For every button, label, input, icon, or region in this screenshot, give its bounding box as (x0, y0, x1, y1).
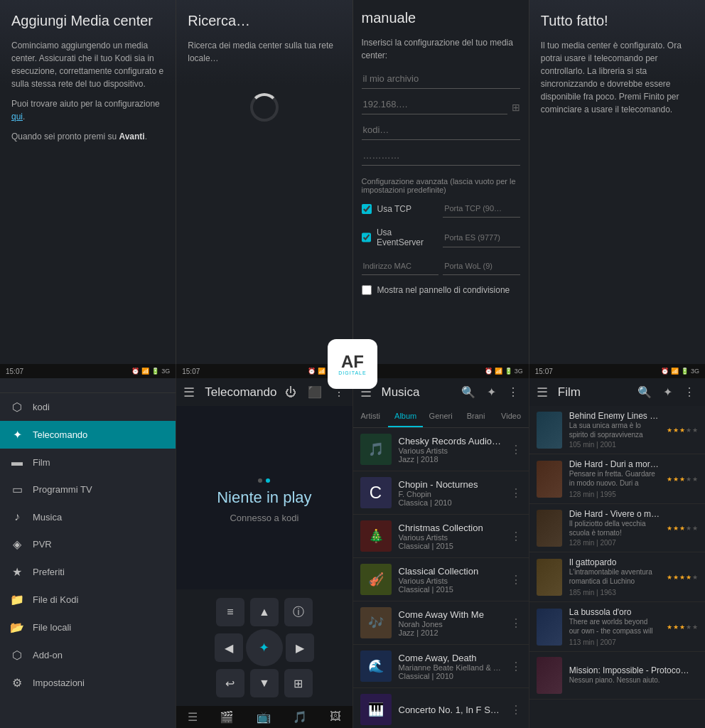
list-item[interactable]: 🎄 Christmas Collection Various Artists C… (353, 515, 529, 558)
sidebar-item-file-locali[interactable]: 📂 File locali (0, 614, 176, 641)
panel1-body2: Puoi trovare aiuto per la configurazione… (11, 97, 164, 123)
search-icon[interactable]: 🔍 (458, 384, 478, 400)
remote-bottom-bar: ☰ 🎬 📺 🎵 🖼 (176, 706, 352, 728)
music-more-7[interactable]: ⋮ (510, 703, 522, 717)
remote-bar-menu-icon[interactable]: ☰ (188, 710, 198, 724)
remote-bar-tv-icon[interactable]: 📺 (257, 710, 271, 724)
tab-video[interactable]: Video (493, 406, 528, 427)
tab-generi[interactable]: Generi (423, 406, 458, 427)
menu-button[interactable]: ≡ (216, 598, 244, 626)
panel3-name-field[interactable] (362, 69, 520, 89)
panel3-tcp-port[interactable] (443, 200, 520, 218)
music-more-2[interactable]: ⋮ (510, 486, 522, 500)
list-item[interactable]: 🎹 Concerto No. 1, In F Sha… ⋮ (353, 688, 529, 728)
back-button[interactable]: ↩ (216, 669, 244, 697)
music-meta-3: Classical | 2015 (399, 542, 503, 550)
list-item[interactable]: Mission: Impossible - Protocoll… Nessun … (529, 652, 705, 700)
panel1-link[interactable]: qui (11, 112, 23, 122)
panel3-user-field[interactable] (362, 120, 520, 140)
list-item[interactable]: Die Hard - Duri a morire Pensare in fret… (529, 454, 705, 504)
film-hamburger-icon[interactable]: ☰ (537, 385, 548, 400)
panel3-wol-field[interactable] (443, 257, 520, 275)
panel2-body: Ricerca dei media center sulla tua rete … (188, 39, 340, 65)
film-desc-5: There are worlds beyond our own - the co… (569, 617, 660, 637)
music-subtitle-1: Various Artists (399, 446, 503, 455)
list-item[interactable]: Die Hard - Vivere o morire Il poliziotto… (529, 504, 705, 552)
list-item[interactable]: C Chopin - Nocturnes F. Chopin Classica … (353, 471, 529, 515)
music-more-5[interactable]: ⋮ (510, 616, 522, 630)
sidebar-item-film[interactable]: ▬ Film (0, 449, 176, 476)
sidebar-item-kodi[interactable]: ⬡ kodi (0, 393, 176, 421)
tab-album[interactable]: Album (388, 406, 423, 427)
loading-spinner (250, 93, 279, 122)
music-info-1: Chesky Records Audiop… Various Artists J… (399, 436, 503, 464)
status-icons-2: ⏰📶🔋3G (308, 368, 346, 375)
remote-bar-photo-icon[interactable]: 🖼 (330, 710, 341, 724)
more-icon-remote[interactable]: ⋮ (330, 384, 348, 400)
film-info-5: La bussola d'oro There are worlds beyond… (569, 607, 660, 646)
music-hamburger-icon[interactable]: ☰ (360, 385, 372, 400)
list-item[interactable]: La bussola d'oro There are worlds beyond… (529, 602, 705, 652)
panel3-ip-field[interactable] (362, 95, 507, 114)
sidebar-item-programmi[interactable]: ▭ Programmi TV (0, 476, 176, 503)
remote-panel: 15:07 ⏰📶🔋3G ☰ Telecomando ⏻ ⬛ ⋮ Niente i… (176, 364, 352, 728)
panel1-body3: Quando sei pronto premi su Avanti. (11, 130, 164, 143)
remote-bar-film-icon[interactable]: 🎬 (220, 710, 234, 724)
film-meta-3: 128 min | 2007 (569, 539, 660, 547)
hamburger-icon[interactable]: ☰ (183, 385, 195, 400)
film-cast-icon[interactable]: ✦ (660, 384, 675, 400)
panel3-tcp-checkbox[interactable] (362, 204, 372, 214)
status-bar-3: 15:07 ⏰📶🔋3G (353, 364, 529, 378)
panel3-es-checkbox[interactable] (362, 232, 371, 242)
dpad-bot-row: ↩ ▼ ⊞ (216, 669, 313, 697)
remote-bar-music-icon[interactable]: 🎵 (293, 710, 307, 724)
list-item[interactable]: 🌊 Come Away, Death Marianne Beate Kiella… (353, 645, 529, 688)
sidebar-item-telecomando[interactable]: ✦ Telecomando (0, 421, 176, 449)
film-search-icon[interactable]: 🔍 (635, 384, 655, 400)
list-item[interactable]: 🎵 Chesky Records Audiop… Various Artists… (353, 428, 529, 471)
sidebar-item-preferiti[interactable]: ★ Preferiti (0, 558, 176, 586)
film-rating-2: ★★★★★ (667, 476, 698, 483)
display-icon[interactable]: ⬛ (305, 384, 325, 400)
panel3-share-checkbox[interactable] (362, 285, 372, 295)
sidebar-item-addon[interactable]: ⬡ Add-on (0, 641, 176, 669)
film-meta-1: 105 min | 2001 (569, 441, 660, 449)
list-item[interactable]: 🎻 Classical Collection Various Artists C… (353, 558, 529, 601)
film-info-2: Die Hard - Duri a morire Pensare in fret… (569, 459, 660, 498)
film-poster-4 (537, 559, 562, 596)
panel3-pass-field[interactable] (362, 146, 520, 166)
music-info-3: Christmas Collection Various Artists Cla… (399, 523, 503, 550)
power-icon[interactable]: ⏻ (282, 385, 299, 400)
music-more-3[interactable]: ⋮ (510, 530, 522, 543)
more-icon-music[interactable]: ⋮ (505, 384, 522, 400)
cast-icon[interactable]: ✦ (484, 384, 499, 400)
up-button[interactable]: ▲ (250, 598, 279, 626)
down-button[interactable]: ▼ (250, 669, 279, 697)
music-more-6[interactable]: ⋮ (510, 660, 522, 673)
more-icon-film[interactable]: ⋮ (681, 384, 698, 400)
list-item[interactable]: 🎶 Come Away With Me Norah Jones Jazz | 2… (353, 601, 529, 645)
panel3-mac-field[interactable] (362, 257, 439, 275)
film-app-header: ☰ Film 🔍 ✦ ⋮ (529, 378, 705, 406)
grid-button[interactable]: ⊞ (284, 669, 313, 697)
info-button[interactable]: ⓘ (284, 598, 313, 626)
sidebar-item-musica[interactable]: ♪ Musica (0, 503, 176, 530)
right-button[interactable]: ▶ (286, 633, 314, 662)
sidebar-item-pvr[interactable]: ◈ PVR (0, 530, 176, 558)
list-item[interactable]: Il gattopardo L'intramontabile avventura… (529, 552, 705, 602)
tab-brani[interactable]: Brani (458, 406, 493, 427)
panel3-es-port[interactable] (443, 228, 520, 247)
music-more-1[interactable]: ⋮ (510, 443, 522, 456)
music-app-header: ☰ Musica 🔍 ✦ ⋮ (353, 378, 529, 406)
alarm-icon: ⏰ (131, 368, 139, 375)
dot-2 (266, 478, 270, 483)
tab-artisti[interactable]: Artisti (353, 406, 388, 427)
list-item[interactable]: Behind Enemy Lines - Dietro le… La sua u… (529, 406, 705, 454)
sidebar-item-file-kodi[interactable]: 📁 File di Kodi (0, 586, 176, 614)
music-more-4[interactable]: ⋮ (510, 573, 522, 587)
left-button[interactable]: ◀ (215, 633, 243, 662)
sidebar-item-impostazioni[interactable]: ⚙ Impostazioni (0, 669, 176, 697)
center-button[interactable]: ✦ (246, 629, 283, 666)
panel3-es-row: Usa EventServer (362, 228, 439, 247)
music-title-1: Chesky Records Audiop… (399, 436, 503, 446)
